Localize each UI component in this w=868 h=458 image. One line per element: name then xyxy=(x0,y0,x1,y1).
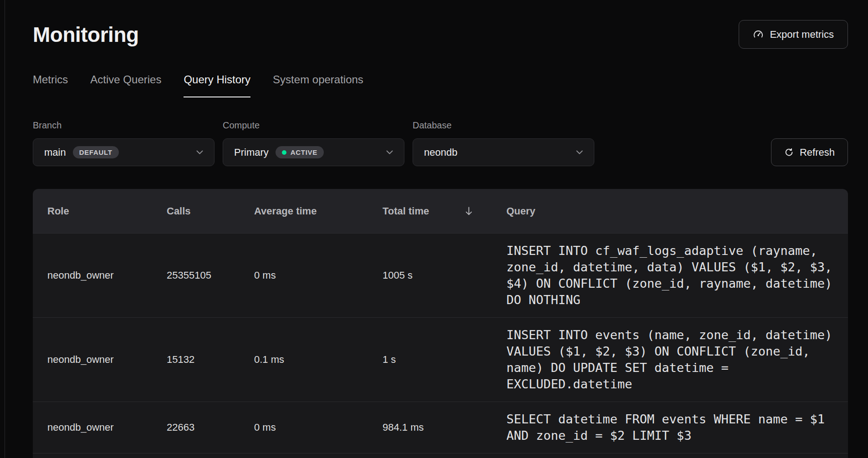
sort-desc-icon[interactable] xyxy=(465,206,473,216)
active-badge: ACTIVE xyxy=(276,146,324,158)
branch-label: Branch xyxy=(33,120,214,131)
database-filter: Database neondb xyxy=(413,120,594,166)
refresh-label: Refresh xyxy=(800,147,835,158)
chevron-down-icon xyxy=(576,150,583,154)
top-bar: Monitoring Export metrics xyxy=(33,20,848,49)
cell-role: neondb_owner xyxy=(47,422,167,433)
export-metrics-label: Export metrics xyxy=(770,29,834,41)
cell-calls: 15132 xyxy=(167,354,254,366)
column-header-total-time[interactable]: Total time xyxy=(383,205,506,217)
tab-active-queries[interactable]: Active Queries xyxy=(90,73,161,97)
active-status-dot xyxy=(282,150,286,155)
cell-role: neondb_owner xyxy=(47,270,167,281)
compute-select[interactable]: Primary ACTIVE xyxy=(223,138,404,166)
compute-value: Primary xyxy=(234,147,269,158)
cell-calls: 25355105 xyxy=(167,270,254,281)
next-row-partial xyxy=(33,453,848,458)
database-value: neondb xyxy=(424,147,457,158)
tab-metrics[interactable]: Metrics xyxy=(33,73,68,97)
page-title: Monitoring xyxy=(33,22,139,47)
column-header-calls[interactable]: Calls xyxy=(167,205,254,217)
compute-filter: Compute Primary ACTIVE xyxy=(223,120,404,166)
filter-bar: Branch main DEFAULT Compute Primary xyxy=(33,120,848,166)
cell-query: INSERT INTO cf_waf_logs_adaptive (raynam… xyxy=(506,243,838,308)
branch-filter: Branch main DEFAULT xyxy=(33,120,214,166)
cell-role: neondb_owner xyxy=(47,354,167,366)
default-badge: DEFAULT xyxy=(73,146,119,158)
query-history-table: Role Calls Average time Total time Query… xyxy=(33,189,848,458)
tab-system-operations[interactable]: System operations xyxy=(273,73,363,97)
branch-value: main xyxy=(44,147,66,158)
cell-average-time: 0 ms xyxy=(254,422,383,433)
refresh-button[interactable]: Refresh xyxy=(771,138,848,166)
database-label: Database xyxy=(413,120,594,131)
gauge-icon xyxy=(753,29,764,40)
cell-total-time: 1 s xyxy=(383,354,506,366)
column-header-query[interactable]: Query xyxy=(506,205,838,217)
branch-select[interactable]: main DEFAULT xyxy=(33,138,214,166)
table-row[interactable]: neondb_owner 25355105 0 ms 1005 s INSERT… xyxy=(33,233,848,317)
table-header-row: Role Calls Average time Total time Query xyxy=(33,189,848,233)
refresh-icon xyxy=(784,148,794,157)
compute-label: Compute xyxy=(223,120,404,131)
chevron-down-icon xyxy=(196,150,203,154)
cell-total-time: 1005 s xyxy=(383,270,506,281)
column-header-role[interactable]: Role xyxy=(47,205,167,217)
cell-average-time: 0.1 ms xyxy=(254,354,383,366)
table-body: neondb_owner 25355105 0 ms 1005 s INSERT… xyxy=(33,233,848,453)
database-select[interactable]: neondb xyxy=(413,138,594,166)
cell-query: INSERT INTO events (name, zone_id, datet… xyxy=(506,327,838,392)
cell-average-time: 0 ms xyxy=(254,270,383,281)
monitoring-page: Monitoring Export metrics Metrics Active… xyxy=(5,0,868,458)
export-metrics-button[interactable]: Export metrics xyxy=(739,20,848,49)
tab-query-history[interactable]: Query History xyxy=(184,73,250,97)
cell-total-time: 984.1 ms xyxy=(383,422,506,433)
tab-bar: Metrics Active Queries Query History Sys… xyxy=(33,73,848,97)
table-row[interactable]: neondb_owner 15132 0.1 ms 1 s INSERT INT… xyxy=(33,317,848,402)
cell-calls: 22663 xyxy=(167,422,254,433)
table-row[interactable]: neondb_owner 22663 0 ms 984.1 ms SELECT … xyxy=(33,402,848,453)
cell-query: SELECT datetime FROM events WHERE name =… xyxy=(506,411,838,444)
chevron-down-icon xyxy=(386,150,393,154)
column-header-average-time[interactable]: Average time xyxy=(254,205,383,217)
